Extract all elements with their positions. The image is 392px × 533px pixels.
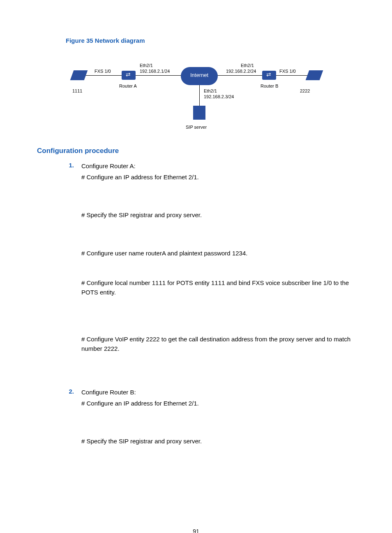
router-b-eth: Eth2/1: [241, 63, 254, 68]
phone-icon: [306, 70, 323, 80]
server-eth: Eth2/1: [204, 88, 217, 93]
step-text: # Configure user name routerA and plaint…: [81, 249, 355, 258]
list-body: Configure Router A:: [81, 162, 355, 171]
network-diagram: 1111 FXS 1/0 Router A Eth2/1 192.168.2.1…: [37, 48, 355, 134]
step-text: # Configure an IP address for Ethernet 2…: [81, 173, 355, 182]
list-item: 2. Configure Router B:: [37, 388, 355, 397]
step-text: # Configure an IP address for Ethernet 2…: [81, 399, 355, 408]
router-a-label: Router A: [119, 83, 137, 88]
phone-right-label: 2222: [300, 88, 310, 93]
phone-icon: [70, 70, 88, 80]
list-number: 1.: [58, 162, 81, 171]
list-number: 2.: [58, 388, 81, 397]
server-ip: 192.168.2.3/24: [204, 94, 234, 99]
step-text: # Configure local number 1111 for POTS e…: [81, 278, 355, 297]
server-icon: [193, 106, 205, 120]
list-item: 1. Configure Router A:: [37, 162, 355, 171]
fxs-right-label: FXS 1/0: [279, 69, 296, 74]
step-text: # Configure VoIP entity 2222 to get the …: [81, 335, 355, 353]
internet-cloud: Internet: [181, 67, 218, 85]
step-text: # Specify the SIP registrar and proxy se…: [81, 437, 355, 446]
page-number: 91: [0, 528, 392, 533]
step-text: # Specify the SIP registrar and proxy se…: [81, 211, 355, 220]
fxs-left-label: FXS 1/0: [95, 69, 111, 74]
router-a-ip: 192.168.2.1/24: [140, 69, 170, 74]
router-b-ip: 192.168.2.2/24: [226, 69, 256, 74]
router-b-label: Router B: [261, 83, 278, 88]
figure-caption: Figure 35 Network diagram: [66, 37, 355, 44]
list-body: Configure Router B:: [81, 388, 355, 397]
server-label: SIP server: [186, 125, 207, 130]
router-icon: [122, 71, 136, 80]
phone-left-label: 1111: [72, 88, 82, 93]
section-heading: Configuration procedure: [37, 147, 355, 155]
router-a-eth: Eth2/1: [140, 63, 153, 68]
router-icon: [262, 71, 276, 80]
